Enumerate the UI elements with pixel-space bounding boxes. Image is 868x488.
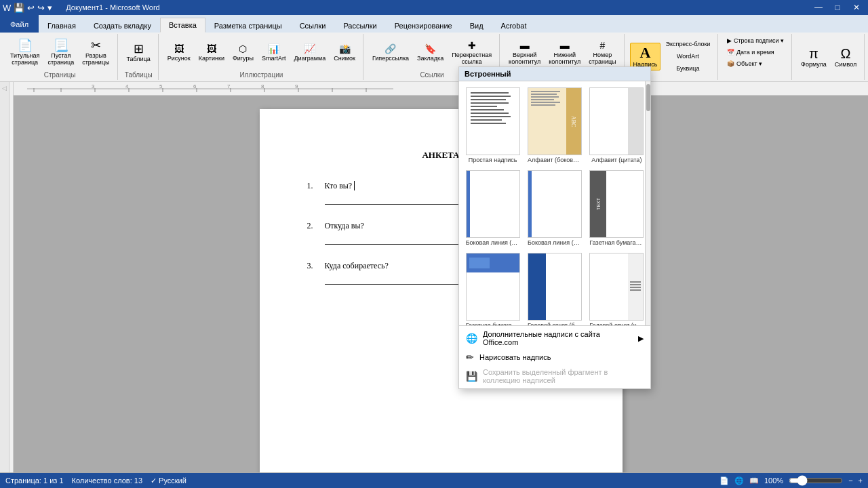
btn-picture[interactable]: 🖼 Рисунок bbox=[164, 41, 194, 64]
zoom-in-btn[interactable]: + bbox=[859, 476, 863, 485]
gallery-item-sidebar-line[interactable]: Боковая линия (боко... bbox=[463, 168, 522, 248]
zoom-slider[interactable] bbox=[789, 475, 843, 486]
btn-page-break[interactable]: ✂ Разрывстраницы bbox=[79, 37, 113, 68]
btn-object[interactable]: 📦 Объект ▾ bbox=[724, 58, 766, 69]
title-bar-controls: — □ ✕ bbox=[810, 1, 865, 14]
tab-references[interactable]: Ссылки bbox=[291, 18, 335, 33]
save-btn[interactable]: 💾 bbox=[14, 3, 24, 13]
thumb-alphabet-quote bbox=[589, 87, 644, 155]
footer-item-save: 💾 Сохранить выделенный фрагмент в коллек… bbox=[459, 365, 650, 387]
btn-label: 📦 Объект ▾ bbox=[727, 60, 762, 67]
btn-label: Разрывстраницы bbox=[82, 52, 109, 66]
btn-wordart[interactable]: WordArt bbox=[662, 51, 713, 62]
gallery-item-sidebar-quote[interactable]: Боковая линия (цитата) bbox=[525, 168, 584, 248]
undo-btn[interactable]: ↩ bbox=[27, 3, 35, 13]
gallery-item-blue-block[interactable]: Газетная бумага-брос... bbox=[463, 251, 522, 325]
btn-table[interactable]: ⊞ Таблица bbox=[123, 40, 154, 65]
btn-symbol[interactable]: Ω Символ bbox=[831, 44, 860, 70]
tab-insert[interactable]: Вставка bbox=[160, 18, 205, 33]
btn-label: SmartArt bbox=[262, 55, 286, 62]
svg-text:5: 5 bbox=[159, 83, 163, 89]
maximize-btn[interactable]: □ bbox=[829, 1, 846, 14]
btn-hyperlink[interactable]: 🔗 Гиперссылка bbox=[369, 41, 412, 64]
gallery-label-alphabet-quote: Алфавит (цитата) bbox=[591, 157, 642, 163]
btn-smartart[interactable]: 📊 SmartArt bbox=[258, 41, 290, 64]
redo-btn[interactable]: ↪ bbox=[37, 3, 45, 13]
clipart-icon: 🖼 bbox=[207, 43, 216, 54]
btn-signature-line[interactable]: ▶ Строка подписи ▾ bbox=[724, 35, 787, 46]
svg-rect-0 bbox=[27, 88, 393, 89]
page-status: Страница: 1 из 1 bbox=[5, 476, 64, 485]
status-bar: Страница: 1 из 1 Количество слов: 13 ✓ Р… bbox=[0, 473, 868, 488]
status-right: 📄 🌐 📖 100% − + bbox=[719, 475, 863, 486]
doc-area[interactable]: АНКЕТА 1. Кто вы? 2. Откуда вы? bbox=[14, 96, 868, 472]
btn-date-time[interactable]: 📅 Дата и время bbox=[724, 47, 777, 58]
group-signature: ▶ Строка подписи ▾ 📅 Дата и время 📦 Объе… bbox=[719, 34, 792, 80]
draw-icon: ✏ bbox=[466, 352, 474, 363]
gallery-item-newspaper-sidebar[interactable]: TEXT Газетная бумага-боко... bbox=[587, 168, 646, 248]
tab-acrobat[interactable]: Acrobat bbox=[492, 18, 536, 33]
view-btn-read[interactable]: 📖 bbox=[749, 476, 759, 485]
smartart-icon: 📊 bbox=[268, 43, 279, 54]
btn-dropcap[interactable]: Буквица bbox=[662, 63, 713, 74]
gallery-label-sidebar-quote: Боковая линия (цитата) bbox=[528, 239, 582, 246]
formula-icon: π bbox=[809, 47, 818, 60]
quick-access-toolbar: W 💾 ↩ ↪ ▾ bbox=[3, 3, 52, 13]
btn-page-number[interactable]: # Номерстраницы bbox=[585, 38, 619, 67]
btn-cover-page[interactable]: 📄 Титульнаястраница bbox=[7, 37, 43, 68]
tab-file[interactable]: Файл bbox=[0, 15, 39, 33]
ribbon-tabs: Файл Главная Создать вкладку Вставка Раз… bbox=[0, 15, 868, 33]
btn-shapes[interactable]: ⬡ Фигуры bbox=[229, 41, 257, 64]
btn-chart[interactable]: 📈 Диаграмма bbox=[290, 41, 329, 64]
btn-screenshot[interactable]: 📸 Снимок bbox=[330, 41, 359, 64]
gallery-label-annual-quote: Годовой отчет (цитата) bbox=[589, 322, 644, 325]
gallery-label-newspaper-sidebar: Газетная бумага-боко... bbox=[589, 239, 644, 246]
word-count-status: Количество слов: 13 bbox=[72, 476, 142, 485]
thumb-alphabet-sidebar: ABC bbox=[528, 87, 582, 155]
tab-home[interactable]: Главная bbox=[39, 18, 85, 33]
tab-create[interactable]: Создать вкладку bbox=[85, 18, 160, 33]
tab-review[interactable]: Рецензирование bbox=[386, 18, 461, 33]
btn-footer[interactable]: ▬ Нижнийколонтитул bbox=[545, 38, 584, 67]
question-num-1: 1. bbox=[307, 181, 319, 205]
minimize-btn[interactable]: — bbox=[810, 1, 827, 14]
crossref-icon: ✚ bbox=[468, 40, 476, 51]
tab-layout[interactable]: Разметка страницы bbox=[205, 18, 291, 33]
hyperlink-icon: 🔗 bbox=[384, 43, 396, 54]
tab-mailings[interactable]: Рассылки bbox=[334, 18, 385, 33]
gallery-item-annual-sidebar[interactable]: Годовой отчет (боко... bbox=[525, 251, 584, 325]
btn-blank-page[interactable]: 📃 Пустаястраница bbox=[44, 37, 77, 68]
dropdown-footer: 🌐 Дополнительные надписи с сайта Office.… bbox=[459, 325, 650, 388]
close-btn[interactable]: ✕ bbox=[848, 1, 865, 14]
gallery-scrollbar[interactable] bbox=[645, 81, 650, 325]
left-panel: ◁ bbox=[0, 82, 14, 472]
btn-crossref[interactable]: ✚ Перекрестнаяссылка bbox=[448, 38, 495, 67]
gallery-label-annual-sidebar: Годовой отчет (боко... bbox=[528, 322, 582, 325]
btn-bookmark[interactable]: 🔖 Закладка bbox=[414, 41, 447, 64]
group-illustrations: 🖼 Рисунок 🖼 Картинки ⬡ Фигуры 📊 SmartArt… bbox=[160, 34, 363, 80]
save-collection-icon: 💾 bbox=[466, 371, 477, 382]
btn-header[interactable]: ▬ Верхнийколонтитул bbox=[505, 38, 544, 67]
view-btn-print[interactable]: 📄 bbox=[719, 476, 729, 485]
tab-view[interactable]: Вид bbox=[461, 18, 492, 33]
view-btn-web[interactable]: 🌐 bbox=[734, 476, 744, 485]
gallery-item-simple[interactable]: Простая надпись bbox=[463, 85, 522, 165]
gallery-item-alphabet-sidebar[interactable]: ABC Алфавит (боковая по... bbox=[525, 85, 584, 165]
gallery-item-annual-quote[interactable]: Годовой отчет (цитата) bbox=[587, 251, 646, 325]
gallery-item-alphabet-quote[interactable]: Алфавит (цитата) bbox=[587, 85, 646, 165]
group-label-tables: Таблицы bbox=[125, 70, 153, 79]
qa-dropdown[interactable]: ▾ bbox=[47, 3, 52, 13]
title-text: Документ1 - Microsoft Word bbox=[66, 3, 159, 12]
btn-formula[interactable]: π Формула bbox=[797, 44, 830, 70]
svg-text:7: 7 bbox=[227, 83, 231, 89]
app-body: ◁ 3 4 5 6 7 bbox=[0, 82, 868, 472]
footer-item-draw[interactable]: ✏ Нарисовать надпись bbox=[459, 349, 650, 365]
footer-item-more[interactable]: 🌐 Дополнительные надписи с сайта Office.… bbox=[459, 327, 650, 349]
btn-label: Символ bbox=[835, 61, 856, 68]
btn-quick-parts[interactable]: Экспресс-блоки bbox=[662, 39, 713, 49]
btn-clipart[interactable]: 🖼 Картинки bbox=[195, 41, 228, 64]
footer-icon: ▬ bbox=[560, 40, 570, 51]
title-bar-left: W 💾 ↩ ↪ ▾ Документ1 - Microsoft Word bbox=[3, 3, 160, 13]
zoom-out-btn[interactable]: − bbox=[848, 476, 852, 485]
left-panel-icon: ◁ bbox=[2, 85, 7, 92]
